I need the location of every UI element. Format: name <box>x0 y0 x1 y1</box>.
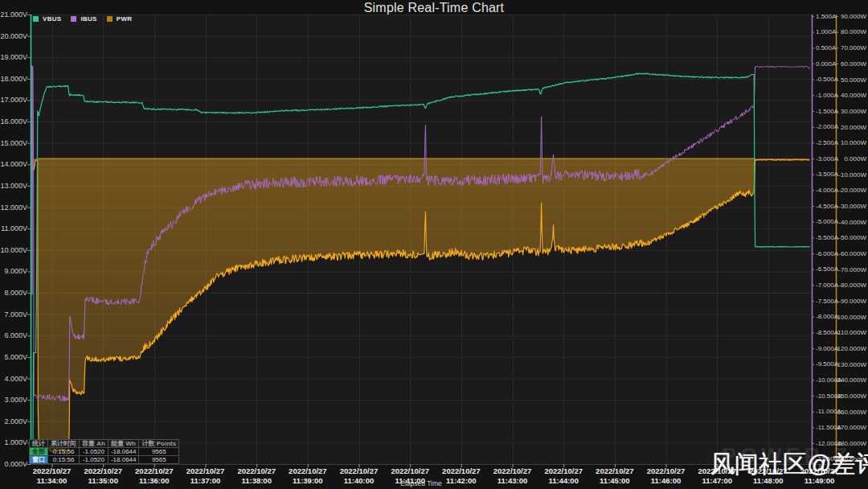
legend-label-vbus: VBUS <box>43 15 61 23</box>
x-tick-time: 11:38:00 <box>241 476 272 485</box>
stats-all-time: 0:15:56 <box>48 448 80 456</box>
current-tick-label: -1.500A <box>816 108 839 115</box>
power-tick-label: 50.000W <box>841 76 866 84</box>
y-axis-power: 90.000W80.000W70.000W60.000W50.000W40.00… <box>835 13 867 463</box>
current-tick-label: -4.500A <box>816 203 839 210</box>
voltage-tick-label: 16.000V <box>0 117 27 125</box>
stats-scope-window: 窗口 <box>30 456 48 464</box>
current-tick-label: -0.500A <box>816 76 839 83</box>
stats-table: 统计 累计时间 容量 Ah 能量 Wh 计数 Points 全部 0:15:56… <box>29 439 179 464</box>
voltage-tick-label: 0.000V <box>4 460 27 468</box>
current-tick-label: -2.500A <box>816 139 839 146</box>
voltage-tick-label: 2.000V <box>4 417 27 425</box>
current-tick-label: -7.000A <box>816 281 839 289</box>
current-tick-label: -7.500A <box>816 298 839 305</box>
power-tick-label: -50.000W <box>838 234 866 241</box>
stats-window-points: 9565 <box>139 456 179 464</box>
power-tick-label: -150.000W <box>835 392 867 400</box>
stats-window-ah: -1.0520 <box>80 456 108 464</box>
pwr-swatch-icon <box>107 16 113 22</box>
x-tick-date: 2022/10/27 <box>289 466 327 475</box>
current-tick-label: -6.500A <box>816 265 839 273</box>
power-tick-label: -140.000W <box>835 376 867 384</box>
chart-canvas[interactable]: 21.000V20.000V19.000V18.000V17.000V16.00… <box>0 0 868 489</box>
voltage-tick-label: 13.000V <box>0 182 27 190</box>
power-tick-label: -110.000W <box>835 329 866 336</box>
x-tick-time: 11:39:00 <box>293 476 323 485</box>
power-tick-label: -40.000W <box>838 219 866 226</box>
power-tick-label: -130.000W <box>835 361 867 368</box>
current-tick-label: 0.500A <box>816 44 837 51</box>
power-tick-label: -10.000W <box>838 171 866 179</box>
app-window: Simple Real-Time Chart 21.000V20.000V19.… <box>0 0 868 489</box>
legend-item-ibus[interactable]: IBUS <box>71 15 96 23</box>
power-tick-label: -60.000W <box>838 250 866 257</box>
x-tick-date: 2022/10/27 <box>237 466 276 475</box>
current-tick-label: -3.000A <box>816 155 839 162</box>
power-tick-label: 40.000W <box>841 92 866 99</box>
x-tick-date: 2022/10/27 <box>596 466 634 475</box>
stats-window-wh: -18.0644 <box>108 456 139 464</box>
stats-header-ah: 容量 Ah <box>80 440 108 448</box>
voltage-tick-label: 6.000V <box>4 331 27 339</box>
x-tick-date: 2022/10/27 <box>544 466 583 475</box>
voltage-tick-label: 4.000V <box>4 375 27 383</box>
power-tick-label: 0.000W <box>844 155 866 162</box>
vbus-swatch-icon <box>33 16 39 22</box>
x-tick-date: 2022/10/27 <box>493 466 532 475</box>
x-tick-time: 11:43:00 <box>497 476 528 485</box>
x-tick-time: 11:44:00 <box>548 476 579 485</box>
voltage-tick-label: 18.000V <box>0 75 27 83</box>
stats-scope-all: 全部 <box>30 448 48 456</box>
voltage-tick-label: 21.000V <box>0 10 27 18</box>
x-tick-time: 11:37:00 <box>190 476 221 485</box>
legend-label-pwr: PWR <box>117 15 133 23</box>
power-tick-label: 80.000W <box>841 28 866 35</box>
stats-row-window: 窗口 0:15:56 -1.0520 -18.0644 9565 <box>30 456 179 464</box>
x-tick-time: 11:35:00 <box>88 476 118 485</box>
x-axis-title: Elapsed Time <box>400 479 442 487</box>
stats-header-scope: 统计 <box>30 440 48 448</box>
legend: VBUS IBUS PWR <box>33 15 132 23</box>
voltage-tick-label: 11.000V <box>1 224 27 232</box>
stats-header-time: 累计时间 <box>48 440 80 448</box>
x-tick-time: 11:46:00 <box>651 476 682 485</box>
legend-label-ibus: IBUS <box>80 15 96 23</box>
power-tick-label: 20.000W <box>841 124 866 131</box>
current-tick-label: 1.500A <box>816 13 837 20</box>
x-tick-time: 11:45:00 <box>600 476 630 485</box>
x-tick-time: 11:42:00 <box>446 476 477 485</box>
power-tick-label: 70.000W <box>841 44 866 51</box>
watermark: 风闻社区@差评 <box>710 448 868 481</box>
power-tick-label: 30.000W <box>841 108 866 115</box>
power-tick-label: -20.000W <box>838 187 866 194</box>
current-tick-label: -5.000A <box>816 218 839 225</box>
stats-window-time: 0:15:56 <box>48 456 80 464</box>
voltage-tick-label: 19.000V <box>0 53 27 61</box>
x-tick-date: 2022/10/27 <box>647 466 686 475</box>
current-tick-label: 1.000A <box>816 28 837 35</box>
voltage-tick-label: 5.000V <box>4 353 27 361</box>
legend-item-pwr[interactable]: PWR <box>107 15 133 23</box>
x-tick-time: 11:40:00 <box>344 476 375 485</box>
current-tick-label: -1.000A <box>816 92 839 99</box>
legend-item-vbus[interactable]: VBUS <box>33 15 61 23</box>
power-tick-label: 90.000W <box>841 13 866 20</box>
power-tick-label: 60.000W <box>841 60 866 68</box>
power-tick-label: -160.000W <box>835 409 867 416</box>
power-tick-label: 10.000W <box>841 139 866 146</box>
stats-header-wh: 能量 Wh <box>108 440 139 448</box>
current-tick-label: -2.000A <box>816 123 839 130</box>
ibus-swatch-icon <box>71 16 76 22</box>
voltage-tick-label: 15.000V <box>0 139 27 147</box>
current-tick-label: 0.000A <box>816 60 837 68</box>
voltage-tick-label: 20.000V <box>0 32 27 40</box>
voltage-tick-label: 17.000V <box>0 96 27 104</box>
stats-row-all: 全部 0:15:56 -1.0520 -18.0644 9565 <box>30 448 179 456</box>
x-tick-date: 2022/10/27 <box>391 466 429 475</box>
voltage-tick-label: 9.000V <box>4 267 27 275</box>
power-tick-label: -170.000W <box>835 424 867 431</box>
power-tick-label: -120.000W <box>835 345 867 352</box>
current-tick-label: -6.000A <box>816 250 839 257</box>
stats-header-row: 统计 累计时间 容量 Ah 能量 Wh 计数 Points <box>30 440 179 448</box>
